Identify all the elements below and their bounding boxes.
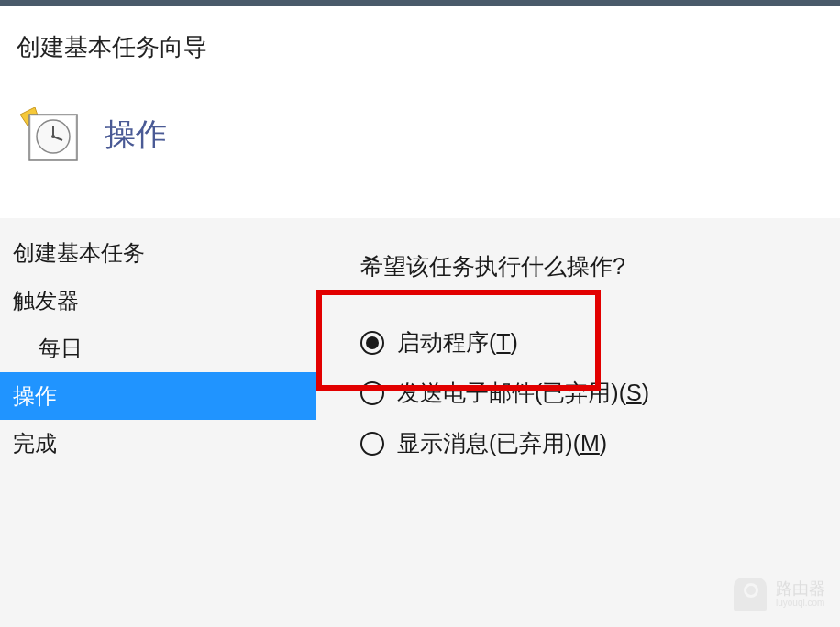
watermark-main: 路由器 (776, 580, 825, 599)
sidebar-item-trigger[interactable]: 触发器 (0, 277, 316, 324)
watermark: 路由器 luyouqi.com (734, 578, 825, 610)
radio-icon (360, 381, 384, 405)
radio-label-pre: 显示消息(已弃用)( (397, 430, 580, 456)
content-area: 希望该任务执行什么操作? 启动程序(T) 发送电子邮件(已弃用)(S) 显示消息… (316, 218, 840, 627)
radio-label-post: ) (642, 380, 649, 405)
radio-label: 启动程序(T) (397, 327, 518, 358)
radio-label-pre: 启动程序( (397, 329, 496, 355)
radio-icon (360, 432, 384, 456)
icon-title-row: 操作 (18, 107, 840, 162)
radio-group: 启动程序(T) 发送电子邮件(已弃用)(S) 显示消息(已弃用)(M) (360, 327, 840, 458)
radio-option-start-program[interactable]: 启动程序(T) (360, 327, 840, 358)
watermark-sub: luyouqi.com (776, 598, 825, 608)
sidebar: 创建基本任务 触发器 每日 操作 完成 (0, 218, 316, 627)
radio-hotkey: M (580, 430, 600, 456)
watermark-lock-icon (734, 578, 767, 610)
watermark-text: 路由器 luyouqi.com (776, 580, 825, 609)
radio-label-post: ) (600, 430, 607, 456)
radio-label-pre: 发送电子邮件(已弃用)( (397, 380, 626, 405)
step-title: 操作 (105, 114, 167, 156)
radio-icon (360, 331, 384, 355)
scheduler-icon (18, 107, 79, 162)
radio-option-send-email[interactable]: 发送电子邮件(已弃用)(S) (360, 378, 840, 408)
radio-label-post: ) (511, 329, 518, 355)
sidebar-item-action[interactable]: 操作 (0, 372, 316, 420)
radio-hotkey: T (496, 329, 510, 355)
sidebar-item-daily[interactable]: 每日 (0, 324, 316, 372)
radio-label: 显示消息(已弃用)(M) (397, 428, 607, 458)
sidebar-item-create-task[interactable]: 创建基本任务 (0, 229, 316, 277)
question-text: 希望该任务执行什么操作? (360, 251, 840, 281)
radio-label: 发送电子邮件(已弃用)(S) (397, 378, 649, 408)
radio-hotkey: S (626, 380, 642, 405)
main-area: 创建基本任务 触发器 每日 操作 完成 希望该任务执行什么操作? 启动程序(T)… (0, 218, 840, 627)
radio-option-display-message[interactable]: 显示消息(已弃用)(M) (360, 428, 840, 458)
wizard-title: 创建基本任务向导 (17, 31, 840, 63)
header-section: 创建基本任务向导 操作 (0, 6, 840, 218)
sidebar-item-finish[interactable]: 完成 (0, 420, 316, 468)
